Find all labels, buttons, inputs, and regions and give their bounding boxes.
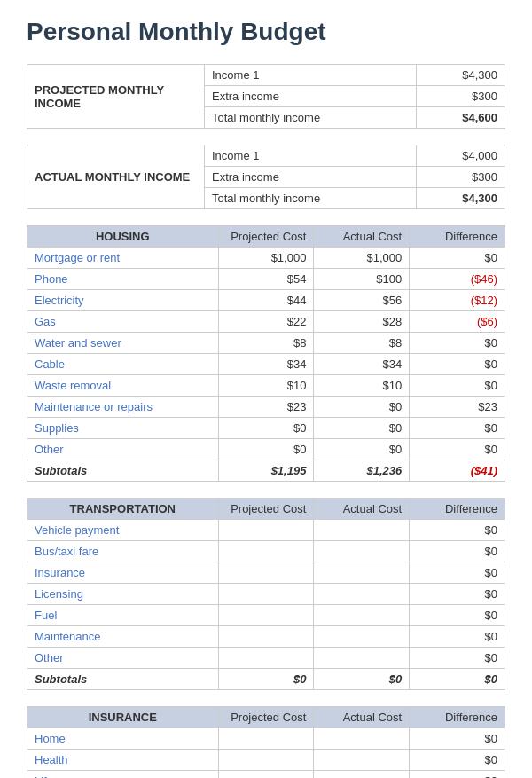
insurance-item-0: Home <box>27 728 219 750</box>
housing-diff-1: ($46) <box>410 269 505 290</box>
actual-income-name-2: Extra income <box>205 167 417 188</box>
transportation-actual-4 <box>314 605 410 626</box>
housing-row-1: Phone $54 $100 ($46) <box>27 269 505 290</box>
transportation-diff-6: $0 <box>410 648 505 669</box>
insurance-row-2: Life $0 <box>27 771 505 779</box>
housing-diff-5: $0 <box>410 354 505 375</box>
housing-table: HOUSING Projected Cost Actual Cost Diffe… <box>27 225 505 482</box>
housing-item-1: Phone <box>27 269 219 290</box>
actual-income-value-1: $4,000 <box>417 145 505 167</box>
projected-income-name-2: Extra income <box>205 86 417 107</box>
housing-actual-8: $0 <box>314 418 410 439</box>
transportation-col1-header: Projected Cost <box>218 499 314 520</box>
insurance-projected-0 <box>218 728 314 750</box>
housing-actual-5: $34 <box>314 354 410 375</box>
actual-income-section: ACTUAL MONTHLY INCOME Income 1 $4,000 Ex… <box>27 145 505 209</box>
housing-diff-7: $23 <box>410 397 505 418</box>
housing-row-7: Maintenance or repairs $23 $0 $23 <box>27 397 505 418</box>
housing-header: HOUSING <box>27 226 219 248</box>
housing-diff-2: ($12) <box>410 290 505 311</box>
transportation-item-1: Bus/taxi fare <box>27 541 219 562</box>
housing-diff-0: $0 <box>410 248 505 269</box>
transportation-diff-2: $0 <box>410 562 505 584</box>
housing-row-8: Supplies $0 $0 $0 <box>27 418 505 439</box>
transportation-col2-header: Actual Cost <box>314 499 410 520</box>
actual-income-total-value: $4,300 <box>417 188 505 209</box>
housing-subtotal-row: Subtotals $1,195 $1,236 ($41) <box>27 460 505 482</box>
housing-subtotal-diff: ($41) <box>410 460 505 482</box>
housing-item-3: Gas <box>27 311 219 333</box>
transportation-diff-0: $0 <box>410 520 505 541</box>
housing-projected-3: $22 <box>218 311 314 333</box>
transportation-subtotal-label: Subtotals <box>27 669 219 690</box>
projected-income-total-name: Total monthly income <box>205 107 417 129</box>
housing-item-8: Supplies <box>27 418 219 439</box>
housing-item-4: Water and sewer <box>27 333 219 354</box>
projected-income-value-1: $4,300 <box>417 65 505 86</box>
projected-income-total-value: $4,600 <box>417 107 505 129</box>
housing-actual-4: $8 <box>314 333 410 354</box>
transportation-actual-1 <box>314 541 410 562</box>
projected-income-table: PROJECTED MONTHLY INCOME Income 1 $4,300… <box>27 64 505 129</box>
actual-income-total-name: Total monthly income <box>205 188 417 209</box>
housing-projected-4: $8 <box>218 333 314 354</box>
projected-income-section: PROJECTED MONTHLY INCOME Income 1 $4,300… <box>27 64 505 129</box>
insurance-col1-header: Projected Cost <box>218 707 314 728</box>
housing-row-5: Cable $34 $34 $0 <box>27 354 505 375</box>
transportation-actual-3 <box>314 584 410 605</box>
housing-subtotal-label: Subtotals <box>27 460 219 482</box>
insurance-diff-1: $0 <box>410 750 505 771</box>
insurance-actual-1 <box>314 750 410 771</box>
housing-actual-7: $0 <box>314 397 410 418</box>
insurance-actual-0 <box>314 728 410 750</box>
transportation-diff-1: $0 <box>410 541 505 562</box>
transportation-row-3: Licensing $0 <box>27 584 505 605</box>
transportation-row-1: Bus/taxi fare $0 <box>27 541 505 562</box>
transportation-subtotal-projected: $0 <box>218 669 314 690</box>
housing-projected-9: $0 <box>218 439 314 460</box>
transportation-table: TRANSPORTATION Projected Cost Actual Cos… <box>27 498 505 690</box>
projected-income-row-1: PROJECTED MONTHLY INCOME Income 1 $4,300 <box>27 65 505 86</box>
transportation-item-2: Insurance <box>27 562 219 584</box>
insurance-col2-header: Actual Cost <box>314 707 410 728</box>
housing-projected-5: $34 <box>218 354 314 375</box>
housing-subtotal-actual: $1,236 <box>314 460 410 482</box>
housing-row-9: Other $0 $0 $0 <box>27 439 505 460</box>
transportation-projected-3 <box>218 584 314 605</box>
insurance-section: INSURANCE Projected Cost Actual Cost Dif… <box>27 706 505 778</box>
transportation-subtotal-row: Subtotals $0 $0 $0 <box>27 669 505 690</box>
housing-actual-2: $56 <box>314 290 410 311</box>
projected-income-label: PROJECTED MONTHLY INCOME <box>27 65 205 129</box>
housing-item-6: Waste removal <box>27 375 219 397</box>
page-title: Personal Monthly Budget <box>27 18 505 46</box>
insurance-header-row: INSURANCE Projected Cost Actual Cost Dif… <box>27 707 505 728</box>
transportation-diff-4: $0 <box>410 605 505 626</box>
transportation-row-4: Fuel $0 <box>27 605 505 626</box>
housing-diff-8: $0 <box>410 418 505 439</box>
insurance-actual-2 <box>314 771 410 779</box>
transportation-item-3: Licensing <box>27 584 219 605</box>
insurance-item-1: Health <box>27 750 219 771</box>
insurance-diff-2: $0 <box>410 771 505 779</box>
transportation-diff-5: $0 <box>410 626 505 648</box>
transportation-diff-3: $0 <box>410 584 505 605</box>
housing-item-2: Electricity <box>27 290 219 311</box>
housing-projected-2: $44 <box>218 290 314 311</box>
actual-income-value-2: $300 <box>417 167 505 188</box>
housing-projected-6: $10 <box>218 375 314 397</box>
projected-income-value-2: $300 <box>417 86 505 107</box>
transportation-projected-4 <box>218 605 314 626</box>
housing-diff-6: $0 <box>410 375 505 397</box>
transportation-section: TRANSPORTATION Projected Cost Actual Cos… <box>27 498 505 690</box>
transportation-header: TRANSPORTATION <box>27 499 219 520</box>
housing-projected-0: $1,000 <box>218 248 314 269</box>
transportation-projected-6 <box>218 648 314 669</box>
housing-item-7: Maintenance or repairs <box>27 397 219 418</box>
housing-projected-8: $0 <box>218 418 314 439</box>
actual-income-label: ACTUAL MONTHLY INCOME <box>27 145 205 209</box>
transportation-item-4: Fuel <box>27 605 219 626</box>
insurance-row-1: Health $0 <box>27 750 505 771</box>
insurance-projected-1 <box>218 750 314 771</box>
housing-col2-header: Actual Cost <box>314 226 410 248</box>
transportation-row-2: Insurance $0 <box>27 562 505 584</box>
